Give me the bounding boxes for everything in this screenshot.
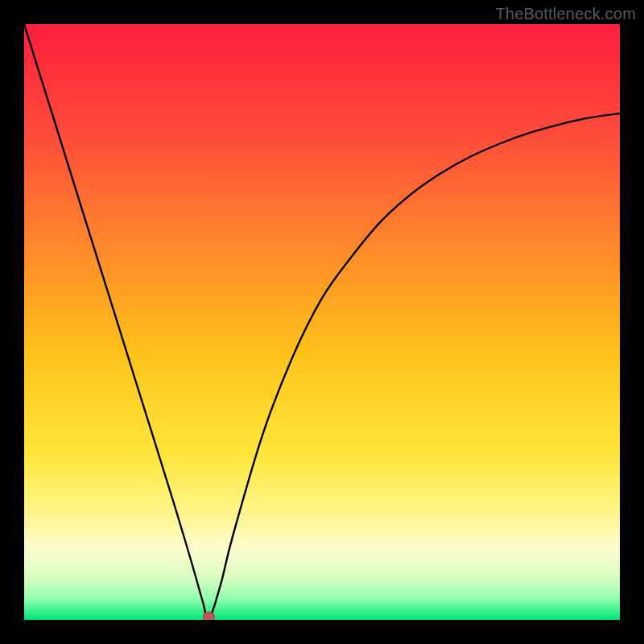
watermark-text: TheBottleneck.com	[495, 5, 636, 23]
bottleneck-chart	[24, 24, 620, 620]
chart-frame	[24, 24, 620, 620]
minimum-marker	[203, 612, 214, 620]
gradient-background	[24, 24, 620, 620]
